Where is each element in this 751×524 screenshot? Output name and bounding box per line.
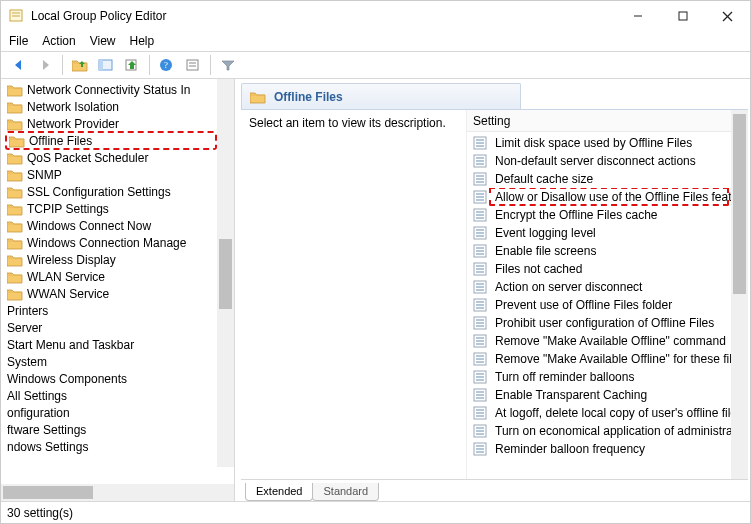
tree-item-folder[interactable]: Network Connectivity Status In (5, 81, 217, 98)
setting-item[interactable]: Reminder balloon frequency (467, 440, 731, 458)
tree-item-label: Printers (7, 304, 48, 318)
folder-icon (7, 270, 23, 284)
setting-label: At logoff, delete local copy of user's o… (495, 406, 731, 420)
setting-item[interactable]: Prevent use of Offline Files folder (467, 296, 731, 314)
setting-item[interactable]: Default cache size (467, 170, 731, 188)
settings-column-header[interactable]: Setting (467, 110, 731, 132)
setting-label: Enable file screens (495, 244, 596, 258)
tree-item-label: Network Provider (27, 117, 119, 131)
tree-item-label: Network Connectivity Status In (27, 83, 190, 97)
policy-icon (473, 136, 489, 150)
tree-item[interactable]: Start Menu and Taskbar (5, 336, 217, 353)
tree-item[interactable]: System (5, 353, 217, 370)
tree-item-folder[interactable]: Wireless Display (5, 251, 217, 268)
description-column: Select an item to view its description. (241, 110, 467, 479)
content-pane: Offline Files Select an item to view its… (235, 79, 750, 501)
export-list-button[interactable] (120, 54, 144, 76)
up-button[interactable] (68, 54, 92, 76)
tree-item-label: Windows Components (7, 372, 127, 386)
tree-item-folder[interactable]: SSL Configuration Settings (5, 183, 217, 200)
setting-item[interactable]: Remove "Make Available Offline" command (467, 332, 731, 350)
setting-item[interactable]: Enable Transparent Caching (467, 386, 731, 404)
policy-icon (473, 388, 489, 402)
setting-item[interactable]: Non-default server disconnect actions (467, 152, 731, 170)
tree-item-label: All Settings (7, 389, 67, 403)
menu-action[interactable]: Action (42, 34, 75, 48)
filter-button[interactable] (216, 54, 240, 76)
folder-icon (7, 185, 23, 199)
policy-icon (473, 424, 489, 438)
folder-icon (7, 168, 23, 182)
menu-help[interactable]: Help (130, 34, 155, 48)
tree-item-label: TCPIP Settings (27, 202, 109, 216)
toolbar-separator (210, 55, 211, 75)
setting-item[interactable]: Encrypt the Offline Files cache (467, 206, 731, 224)
help-button[interactable]: ? (155, 54, 179, 76)
tree-item[interactable]: All Settings (5, 387, 217, 404)
setting-label: Prohibit user configuration of Offline F… (495, 316, 714, 330)
setting-item[interactable]: Remove "Make Available Offline" for thes… (467, 350, 731, 368)
back-button[interactable] (7, 54, 31, 76)
setting-label: Prevent use of Offline Files folder (495, 298, 672, 312)
policy-icon (473, 190, 489, 204)
tree-item-folder[interactable]: TCPIP Settings (5, 200, 217, 217)
setting-item[interactable]: Limit disk space used by Offline Files (467, 134, 731, 152)
tree-item-label: ftware Settings (7, 423, 86, 437)
tab-standard[interactable]: Standard (312, 483, 379, 501)
tree-item-label: Network Isolation (27, 100, 119, 114)
setting-item[interactable]: Action on server disconnect (467, 278, 731, 296)
setting-label: Turn off reminder balloons (495, 370, 634, 384)
setting-label: Remove "Make Available Offline" for thes… (495, 352, 731, 366)
minimize-button[interactable] (615, 1, 660, 31)
tree-item[interactable]: Printers (5, 302, 217, 319)
show-hide-tree-button[interactable] (94, 54, 118, 76)
tree-item-folder[interactable]: WWAN Service (5, 285, 217, 302)
tree-item[interactable]: ftware Settings (5, 421, 217, 438)
tree-item-folder[interactable]: Network Provider (5, 115, 217, 132)
tree-item-folder[interactable]: SNMP (5, 166, 217, 183)
setting-item[interactable]: Turn off reminder balloons (467, 368, 731, 386)
policy-icon (473, 334, 489, 348)
tree-horizontal-scrollbar[interactable] (1, 484, 234, 501)
setting-item[interactable]: Allow or Disallow use of the Offline Fil… (467, 188, 731, 206)
tree-item-label: SNMP (27, 168, 62, 182)
tree-item-folder[interactable]: Offline Files (5, 131, 217, 150)
tree-item-folder[interactable]: Network Isolation (5, 98, 217, 115)
settings-vertical-scrollbar[interactable] (731, 110, 748, 479)
policy-icon (473, 244, 489, 258)
tree-item-label: Wireless Display (27, 253, 116, 267)
tree-item-label: SSL Configuration Settings (27, 185, 171, 199)
tree-item-folder[interactable]: Windows Connect Now (5, 217, 217, 234)
setting-label: Reminder balloon frequency (495, 442, 645, 456)
properties-button[interactable] (181, 54, 205, 76)
setting-item[interactable]: Event logging level (467, 224, 731, 242)
policy-icon (473, 262, 489, 276)
tree-item-label: ndows Settings (7, 440, 88, 454)
close-button[interactable] (705, 1, 750, 31)
setting-label: Files not cached (495, 262, 582, 276)
tree-item-folder[interactable]: QoS Packet Scheduler (5, 149, 217, 166)
setting-item[interactable]: At logoff, delete local copy of user's o… (467, 404, 731, 422)
tree-item-label: WWAN Service (27, 287, 109, 301)
tree-item-label: QoS Packet Scheduler (27, 151, 148, 165)
tree-item-folder[interactable]: WLAN Service (5, 268, 217, 285)
setting-item[interactable]: Prohibit user configuration of Offline F… (467, 314, 731, 332)
setting-item[interactable]: Files not cached (467, 260, 731, 278)
policy-icon (473, 370, 489, 384)
setting-item[interactable]: Turn on economical application of admini… (467, 422, 731, 440)
tree-vertical-scrollbar[interactable] (217, 79, 234, 467)
status-bar: 30 setting(s) (1, 501, 750, 523)
tree-item-folder[interactable]: Windows Connection Manage (5, 234, 217, 251)
setting-item[interactable]: Enable file screens (467, 242, 731, 260)
tree-item[interactable]: onfiguration (5, 404, 217, 421)
setting-label: Allow or Disallow use of the Offline Fil… (495, 190, 731, 204)
tree-item[interactable]: Server (5, 319, 217, 336)
forward-button[interactable] (33, 54, 57, 76)
menu-view[interactable]: View (90, 34, 116, 48)
tree-item[interactable]: Windows Components (5, 370, 217, 387)
tree-item[interactable]: ndows Settings (5, 438, 217, 455)
policy-icon (473, 208, 489, 222)
maximize-button[interactable] (660, 1, 705, 31)
tab-extended[interactable]: Extended (245, 483, 313, 501)
menu-file[interactable]: File (9, 34, 28, 48)
